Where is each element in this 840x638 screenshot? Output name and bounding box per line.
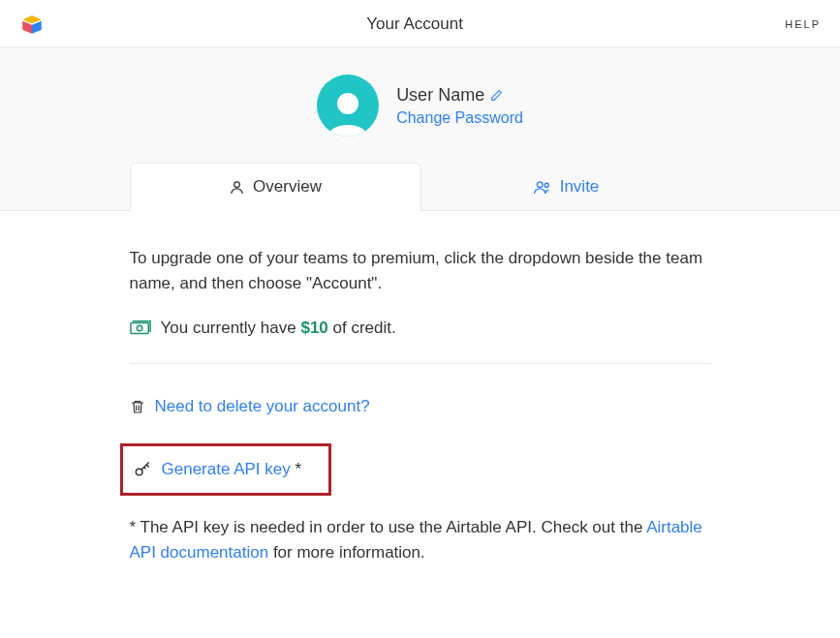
tabs: Overview Invite: [130, 163, 711, 211]
svg-marker-1: [22, 21, 32, 34]
svg-point-8: [137, 325, 142, 331]
generate-api-key-link[interactable]: Generate API key: [162, 460, 291, 478]
credit-amount: $10: [300, 319, 327, 337]
top-bar: Your Account HELP: [0, 0, 840, 47]
avatar: [317, 75, 379, 137]
api-key-asterisk: *: [291, 460, 301, 478]
tab-overview-label: Overview: [253, 177, 322, 197]
svg-point-5: [537, 181, 543, 187]
upgrade-instructions: To upgrade one of your teams to premium,…: [130, 246, 711, 297]
profile-section: User Name Change Password Overview: [0, 47, 840, 211]
people-icon: [533, 179, 552, 196]
logo-icon[interactable]: [19, 12, 45, 37]
help-link[interactable]: HELP: [785, 18, 821, 30]
credit-suffix: of credit.: [328, 319, 396, 337]
tab-overview[interactable]: Overview: [130, 163, 421, 211]
svg-point-9: [136, 469, 142, 475]
user-name: User Name: [396, 85, 484, 106]
footnote-suffix: for more information.: [268, 543, 425, 562]
person-icon: [229, 179, 245, 196]
credit-row: You currently have $10 of credit.: [130, 319, 711, 338]
page-title: Your Account: [45, 15, 785, 34]
svg-point-6: [544, 183, 548, 187]
delete-account-link[interactable]: Need to delete your account?: [155, 397, 370, 416]
svg-point-3: [337, 93, 358, 114]
trash-icon: [130, 398, 145, 415]
svg-rect-7: [130, 322, 147, 333]
generate-api-key-box: Generate API key *: [120, 443, 332, 496]
api-footnote: * The API key is needed in order to use …: [130, 515, 711, 566]
credit-prefix: You currently have: [161, 319, 301, 337]
content-area: To upgrade one of your teams to premium,…: [130, 211, 711, 600]
svg-marker-2: [32, 21, 42, 34]
money-icon: [130, 319, 151, 337]
tab-invite-label: Invite: [560, 177, 600, 197]
svg-point-4: [234, 181, 240, 187]
edit-name-icon[interactable]: [490, 89, 503, 102]
divider: [130, 363, 711, 364]
tab-invite[interactable]: Invite: [421, 163, 711, 211]
delete-account-row: Need to delete your account?: [130, 397, 711, 416]
footnote-prefix: * The API key is needed in order to use …: [130, 518, 647, 536]
key-icon: [133, 460, 152, 479]
change-password-link[interactable]: Change Password: [396, 109, 523, 127]
